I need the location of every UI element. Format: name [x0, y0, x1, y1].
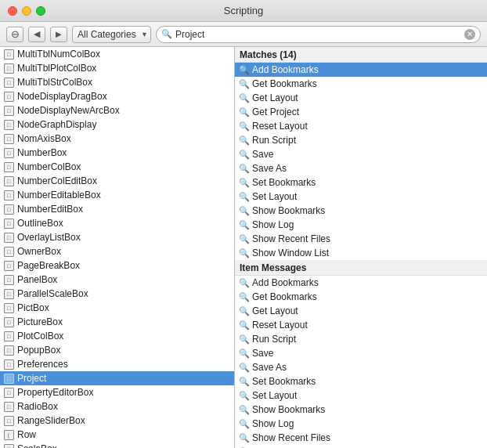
magnify-icon: 🔍 — [240, 320, 249, 330]
search-icon: 🔍 — [161, 29, 172, 39]
left-list-item[interactable]: □NumberEditableBox — [0, 188, 234, 202]
left-list-item[interactable]: □ScaleBox — [0, 442, 234, 448]
item-icon: □ — [3, 359, 14, 370]
item-messages-list-item[interactable]: 🔍Show Recent Files — [235, 431, 487, 445]
item-icon-box: □ — [4, 303, 14, 313]
magnify-icon: 🔍 — [240, 164, 249, 173]
matches-list-item[interactable]: 🔍Add Bookmarks — [235, 63, 487, 77]
magnify-icon: 🔍 — [240, 292, 249, 302]
magnify-icon: 🔍 — [240, 135, 249, 145]
item-messages-list-item[interactable]: 🔍Show Bookmarks — [235, 403, 487, 417]
left-list-item[interactable]: □MultiTblNumColBox — [0, 47, 234, 61]
left-list-item[interactable]: □ParallelScaleBox — [0, 287, 234, 301]
matches-list-item[interactable]: 🔍Get Layout — [235, 91, 487, 105]
item-label: OverlayListBox — [17, 232, 81, 243]
left-list-item[interactable]: □MultiTblStrColBox — [0, 75, 234, 89]
matches-header: Matches (14) — [235, 47, 487, 63]
matches-list-item[interactable]: 🔍Get Project — [235, 105, 487, 119]
left-list-item[interactable]: □OutlineBox — [0, 216, 234, 230]
right-item-label: Save — [252, 149, 273, 160]
left-list-item[interactable]: □Preferences — [0, 357, 234, 371]
matches-list-item[interactable]: 🔍Show Log — [235, 218, 487, 232]
left-list-item[interactable]: □NodeGraphDisplay — [0, 117, 234, 132]
item-icon-box: □ — [4, 219, 14, 229]
item-icon: □ — [3, 401, 14, 412]
matches-list-item[interactable]: 🔍Save As — [235, 161, 487, 175]
item-label: NodeDisplayDragBox — [17, 91, 107, 102]
left-list-item[interactable]: □MultiTblPlotColBox — [0, 61, 234, 75]
search-wrapper: 🔍 ✕ — [156, 26, 481, 43]
left-list-item[interactable]: □PictBox — [0, 301, 234, 315]
item-icon-box: □ — [4, 388, 14, 398]
item-messages-list-item[interactable]: 🔍Run Script — [235, 332, 487, 346]
matches-list-item[interactable]: 🔍Set Layout — [235, 190, 487, 204]
matches-list-item[interactable]: 🔍Reset Layout — [235, 119, 487, 133]
matches-list-item[interactable]: 🔍Show Window List — [235, 246, 487, 260]
item-messages-list-item[interactable]: 🔍Add Bookmarks — [235, 276, 487, 290]
left-list-item[interactable]: □NumberBox — [0, 146, 234, 160]
left-list-item[interactable]: □NumberColEditBox — [0, 174, 234, 188]
left-list-item[interactable]: □NumberEditBox — [0, 202, 234, 216]
item-messages-list-item[interactable]: 🔍Get Layout — [235, 304, 487, 318]
matches-list-item[interactable]: 🔍Get Bookmarks — [235, 77, 487, 91]
item-label: MultiTblNumColBox — [17, 49, 100, 60]
left-list-item[interactable]: □PageBreakBox — [0, 258, 234, 273]
item-messages-list-item[interactable]: 🔍Get Bookmarks — [235, 290, 487, 304]
forward-button[interactable]: ▶ — [50, 27, 67, 42]
minimize-button[interactable] — [22, 6, 31, 16]
left-list-item[interactable]: □PictureBox — [0, 315, 234, 329]
matches-list-item[interactable]: 🔍Show Recent Files — [235, 232, 487, 246]
left-list-item[interactable]: □OverlayListBox — [0, 230, 234, 244]
left-list-item[interactable]: □NomAxisBox — [0, 132, 234, 146]
item-label: NodeDisplayNewArcBox — [17, 105, 120, 116]
category-select[interactable]: All Categories — [72, 26, 151, 43]
item-messages-list-item[interactable]: 🔍Save As — [235, 360, 487, 374]
left-list-item[interactable]: □Project — [0, 371, 234, 385]
right-item-label: Show Window List — [252, 247, 329, 258]
left-list-item[interactable]: (Row — [0, 428, 234, 442]
item-icon: □ — [3, 119, 14, 130]
left-list-item[interactable]: □RangeSliderBox — [0, 414, 234, 428]
left-list-item[interactable]: □NodeDisplayDragBox — [0, 89, 234, 103]
item-label: ScaleBox — [17, 443, 57, 448]
back-button[interactable]: ◀ — [28, 27, 45, 42]
title-bar: Scripting — [0, 0, 487, 22]
left-list-item[interactable]: □PopupBox — [0, 343, 234, 357]
item-icon: □ — [3, 345, 14, 356]
left-list-item[interactable]: □NumberColBox — [0, 160, 234, 174]
matches-list-item[interactable]: 🔍Show Bookmarks — [235, 204, 487, 218]
matches-list-item[interactable]: 🔍Run Script — [235, 133, 487, 147]
item-messages-list-item[interactable]: 🔍Reset Layout — [235, 318, 487, 332]
home-button[interactable]: ⊖ — [6, 27, 23, 42]
left-list-item[interactable]: □NodeDisplayNewArcBox — [0, 103, 234, 117]
item-messages-list-item[interactable]: 🔍Set Bookmarks — [235, 374, 487, 388]
magnify-icon: 🔍 — [240, 377, 249, 386]
right-item-label: Show Log — [252, 418, 294, 429]
item-messages-list-item[interactable]: 🔍Set Layout — [235, 388, 487, 403]
left-list-item[interactable]: □PlotColBox — [0, 329, 234, 343]
item-label: RangeSliderBox — [17, 415, 85, 426]
search-input[interactable] — [175, 29, 461, 40]
left-list-item[interactable]: □PropertyEditorBox — [0, 385, 234, 399]
magnify-icon: 🔍 — [240, 405, 249, 414]
toolbar: ⊖ ◀ ▶ All Categories ▼ 🔍 ✕ — [0, 22, 487, 47]
item-label: PopupBox — [17, 345, 60, 356]
left-list-item[interactable]: □RadioBox — [0, 399, 234, 414]
magnify-icon: 🔍 — [240, 391, 249, 400]
item-icon: □ — [3, 288, 14, 299]
magnify-icon: 🔍 — [240, 363, 249, 372]
matches-list-item[interactable]: 🔍Set Bookmarks — [235, 175, 487, 190]
item-icon-box: □ — [4, 233, 14, 243]
item-icon: □ — [3, 204, 14, 215]
item-messages-list-item[interactable]: 🔍Show Log — [235, 417, 487, 431]
close-button[interactable] — [8, 6, 17, 16]
item-messages-list-item[interactable]: 🔍Show Window List — [235, 445, 487, 448]
item-label: PlotColBox — [17, 331, 63, 341]
item-messages-list-item[interactable]: 🔍Save — [235, 346, 487, 360]
left-list-item[interactable]: □PanelBox — [0, 273, 234, 287]
search-clear-button[interactable]: ✕ — [464, 29, 475, 40]
item-icon-box: □ — [4, 275, 14, 285]
maximize-button[interactable] — [36, 6, 45, 16]
matches-list-item[interactable]: 🔍Save — [235, 147, 487, 161]
left-list-item[interactable]: □OwnerBox — [0, 244, 234, 258]
